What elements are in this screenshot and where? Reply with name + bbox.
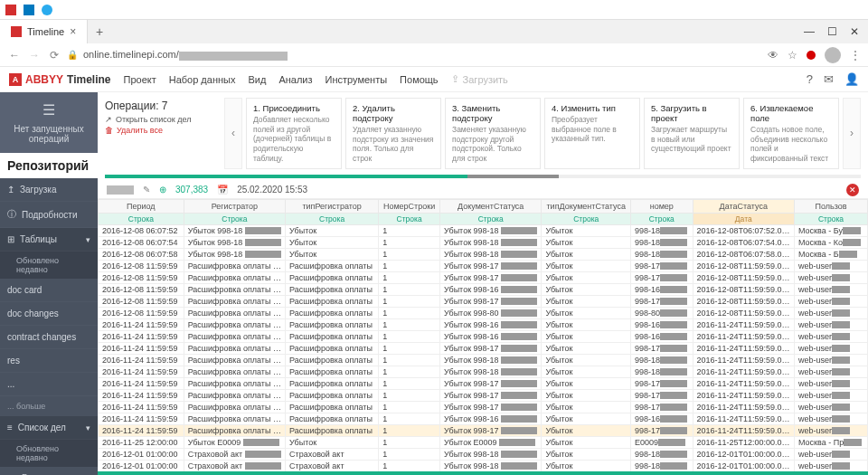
- col-header[interactable]: Период: [99, 199, 184, 213]
- cell[interactable]: Расшифровка оплаты: [286, 413, 379, 424]
- menu-view[interactable]: Вид: [248, 74, 266, 85]
- table-row[interactable]: 2016-12-01 01:00:00Страховой акт Страхов…: [99, 448, 868, 460]
- cell[interactable]: Расшифровка оплаты: [184, 307, 285, 318]
- table-row[interactable]: 2016-11-24 11:59:59Расшифровка оплаты Ра…: [99, 330, 868, 342]
- cell[interactable]: Убыток 998-17: [439, 377, 541, 389]
- cell[interactable]: 1: [379, 236, 440, 248]
- cell[interactable]: web-user: [794, 260, 867, 271]
- cell[interactable]: 998-17: [630, 260, 693, 271]
- cell[interactable]: Расшифровка оплаты: [184, 295, 285, 307]
- cell[interactable]: Расшифровка оплаты: [184, 318, 285, 330]
- cell[interactable]: Расшифровка оплаты: [286, 260, 379, 271]
- table-row[interactable]: 2016-11-24 11:59:59Расшифровка оплаты Ра…: [99, 413, 868, 424]
- cell[interactable]: 998-18: [630, 248, 693, 260]
- table-row[interactable]: 2016-11-24 11:59:59Расшифровка оплаты Ра…: [99, 401, 868, 413]
- profile-avatar[interactable]: [825, 47, 841, 63]
- cell[interactable]: Страховой акт: [286, 460, 379, 471]
- sidebar-table-item[interactable]: contract changes: [0, 326, 98, 349]
- cell[interactable]: 1: [379, 401, 440, 413]
- cell[interactable]: 2016-12-01 01:00:00: [99, 448, 184, 460]
- cell[interactable]: Убыток: [542, 283, 631, 295]
- cell[interactable]: Расшифровка оплаты: [286, 377, 379, 389]
- cell[interactable]: 1: [379, 248, 440, 260]
- cell[interactable]: web-user: [794, 401, 867, 413]
- cell[interactable]: Расшифровка оплаты: [184, 354, 285, 366]
- cell[interactable]: Убыток: [542, 413, 631, 424]
- cell[interactable]: 2016-11-24T11:59:59.000Z: [693, 318, 794, 330]
- cell[interactable]: 1: [379, 260, 440, 271]
- cell[interactable]: Убыток: [542, 248, 631, 260]
- cell[interactable]: Убыток: [286, 236, 379, 248]
- table-row[interactable]: 2016-12-08 06:07:52Убыток 998-18 Убыток1…: [99, 224, 868, 236]
- table-row[interactable]: 2016-12-08 11:59:59Расшифровка оплаты Ра…: [99, 260, 868, 271]
- table-row[interactable]: 2016-11-24 11:59:59Расшифровка оплаты Ра…: [99, 424, 868, 436]
- cell[interactable]: 2016-12-01T01:00:00.000Z: [693, 448, 794, 460]
- cell[interactable]: Убыток 998-17: [439, 401, 541, 413]
- ext-icon[interactable]: [24, 5, 34, 15]
- cell[interactable]: 2016-12-08 06:07:52: [99, 224, 184, 236]
- col-header[interactable]: номер: [630, 199, 693, 213]
- back-icon[interactable]: ←: [7, 49, 22, 62]
- cell[interactable]: Убыток: [542, 271, 631, 283]
- operation-card[interactable]: 2. Удалить подстрокуУдаляет указанную по…: [345, 98, 441, 169]
- cell[interactable]: Убыток 998-18: [184, 236, 285, 248]
- cell[interactable]: Страховой акт: [184, 460, 285, 471]
- cell[interactable]: 1: [379, 377, 440, 389]
- cell[interactable]: Москва - Ко: [794, 236, 867, 248]
- table-row[interactable]: 2016-12-01 01:00:00Страховой акт Страхов…: [99, 460, 868, 471]
- cell[interactable]: Страховой акт: [286, 448, 379, 460]
- cell[interactable]: 2016-11-24T11:59:59.000Z: [693, 354, 794, 366]
- cell[interactable]: 2016-11-24 11:59:59: [99, 389, 184, 401]
- operation-card[interactable]: 5. Загрузить в проектЗагружает маршруты …: [644, 98, 740, 169]
- cell[interactable]: Убыток: [542, 307, 631, 318]
- cell[interactable]: Убыток 998-17: [439, 271, 541, 283]
- cell[interactable]: 2016-12-08T11:59:59.000Z: [693, 271, 794, 283]
- cell[interactable]: Убыток 998-16: [439, 330, 541, 342]
- cell[interactable]: E0009: [630, 436, 693, 448]
- user-icon[interactable]: 👤: [844, 72, 859, 86]
- cell[interactable]: 2016-11-24 11:59:59: [99, 424, 184, 436]
- cell[interactable]: 998-16: [630, 413, 693, 424]
- sidebar-item-upload[interactable]: ↥ Загрузка: [0, 178, 98, 202]
- cell[interactable]: Расшифровка оплаты: [286, 401, 379, 413]
- cell[interactable]: Убыток: [542, 342, 631, 354]
- cell[interactable]: 2016-11-24 11:59:59: [99, 330, 184, 342]
- cell[interactable]: Убыток 998-18: [184, 224, 285, 236]
- cell[interactable]: Расшифровка оплаты: [286, 389, 379, 401]
- cell[interactable]: 998-18: [630, 460, 693, 471]
- operation-card[interactable]: 1. ПрисоединитьДобавляет несколько полей…: [246, 98, 342, 169]
- table-row[interactable]: 2016-11-24 11:59:59Расшифровка оплаты Ра…: [99, 318, 868, 330]
- close-icon[interactable]: ×: [70, 25, 76, 38]
- cell[interactable]: Убыток: [542, 236, 631, 248]
- cell[interactable]: Убыток E0009: [184, 436, 285, 448]
- cell[interactable]: 2016-11-24T11:59:59.000Z: [693, 377, 794, 389]
- cell[interactable]: 2016-11-24 11:59:59: [99, 413, 184, 424]
- cell[interactable]: Расшифровка оплаты: [286, 307, 379, 318]
- cell[interactable]: 2016-11-24 11:59:59: [99, 354, 184, 366]
- table-row[interactable]: 2016-11-24 11:59:59Расшифровка оплаты Ра…: [99, 342, 868, 354]
- col-header[interactable]: НомерСтроки: [379, 199, 440, 213]
- cell[interactable]: Убыток 998-16: [439, 283, 541, 295]
- cell[interactable]: Расшифровка оплаты: [286, 283, 379, 295]
- error-badge[interactable]: ✕: [846, 184, 859, 196]
- mail-icon[interactable]: ✉: [824, 72, 834, 86]
- cell[interactable]: 998-18: [630, 366, 693, 377]
- reload-icon[interactable]: ⟳: [47, 49, 61, 62]
- col-header[interactable]: ДатаСтатуса: [693, 199, 794, 213]
- cell[interactable]: Москва - Пр: [794, 436, 867, 448]
- cell[interactable]: Убыток 998-18: [439, 248, 541, 260]
- cell[interactable]: 998-17: [630, 342, 693, 354]
- edit-icon[interactable]: ✎: [143, 185, 150, 195]
- ops-next-button[interactable]: ›: [843, 98, 861, 169]
- cell[interactable]: Страховой акт: [184, 448, 285, 460]
- cell[interactable]: 998-16: [630, 283, 693, 295]
- cell[interactable]: Убыток 998-16: [439, 318, 541, 330]
- cell[interactable]: Убыток: [542, 436, 631, 448]
- cell[interactable]: Убыток: [542, 366, 631, 377]
- cell[interactable]: web-user: [794, 307, 867, 318]
- cell[interactable]: 2016-12-08 06:07:58: [99, 248, 184, 260]
- cell[interactable]: web-user: [794, 330, 867, 342]
- sidebar-item-cases[interactable]: ≡ Список дел ▾: [0, 416, 98, 440]
- sidebar-table-item[interactable]: ...: [0, 373, 98, 396]
- cell[interactable]: Расшифровка оплаты: [286, 342, 379, 354]
